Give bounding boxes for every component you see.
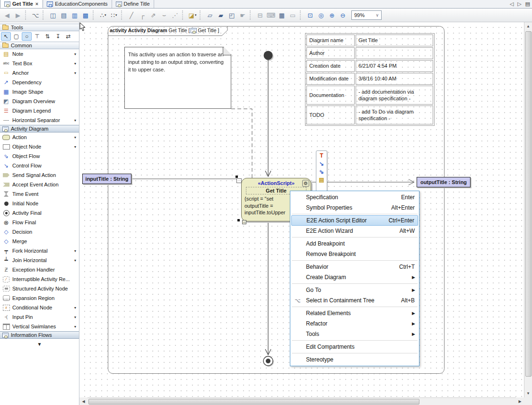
horizontal-scroll-thumb[interactable] — [88, 399, 419, 405]
open-in-new-window-icon[interactable]: ▱ — [205, 10, 215, 20]
menu-item-add-breakpoint[interactable]: Add Breakpoint — [291, 238, 419, 249]
free-shape-tool-icon[interactable]: ○ — [22, 32, 32, 41]
note-anchor-line[interactable] — [231, 109, 252, 178]
collapse-icon[interactable]: ▭ — [242, 220, 246, 224]
palette-item-image-shape[interactable]: ▦Image Shape — [0, 87, 79, 97]
scroll-up-icon[interactable]: ▲ — [524, 22, 532, 30]
pin-connection-handle[interactable]: ⋯ — [236, 178, 242, 183]
palette-item-object-flow[interactable]: ⇘Object Flow — [0, 151, 79, 161]
palette-header-common[interactable]: Common — [0, 42, 79, 49]
menu-item-select-in-containment-tree[interactable]: ⌥Select in Containment TreeAlt+B — [291, 295, 419, 306]
chevron-down-icon[interactable]: ▾ — [74, 249, 76, 253]
delete-icon[interactable]: ▥ — [70, 10, 80, 20]
palette-item-dependency[interactable]: ↗Dependency — [0, 78, 79, 87]
chevron-down-icon[interactable]: ▾ — [74, 135, 76, 140]
tab-scroll-right-icon[interactable]: ▷ — [517, 1, 521, 7]
copy-icon[interactable]: ◫ — [48, 10, 58, 20]
select-in-containment-tree-icon[interactable]: ⌥ — [30, 10, 41, 20]
palette-header-tools[interactable]: Tools — [0, 24, 79, 31]
palette-item-control-flow[interactable]: ↘Control Flow — [0, 161, 79, 170]
grid-view-icon[interactable]: ⌨ — [266, 10, 276, 20]
quick-layout-icon[interactable]: ∷▾ — [109, 10, 119, 20]
palette-item-exception-handler[interactable]: ƵException Handler — [0, 265, 79, 274]
palette-item-interruptible-activity-re-[interactable]: Interruptible Activity Re... — [0, 274, 79, 284]
delete-from-model-icon[interactable]: ▩ — [80, 10, 91, 20]
diagram-canvas[interactable]: activity Activity Diagram Get Title [Get… — [79, 22, 524, 397]
line-style-rectilinear-icon[interactable]: ┌ — [137, 10, 148, 20]
align-tool-icon[interactable]: ⇅ — [43, 32, 52, 41]
menu-item-specification[interactable]: SpecificationEnter — [291, 192, 419, 202]
palette-item-input-pin[interactable]: ▫(Input Pin▾ — [0, 312, 79, 322]
zoom-combo[interactable]: 99%∨ — [351, 10, 382, 20]
menu-item-go-to[interactable]: Go To▶ — [291, 285, 419, 295]
menu-item-behavior[interactable]: BehaviorCtrl+T — [291, 262, 419, 272]
menu-item-e2e-action-wizard[interactable]: E2E Action WizardAlt+W — [291, 226, 419, 236]
grab-mode-icon[interactable]: ☛ — [237, 10, 248, 20]
close-icon[interactable]: × — [35, 1, 39, 7]
palette-item-conditional-node[interactable]: Conditional Node▾ — [0, 303, 79, 312]
control-flow-icon[interactable]: ↘ — [319, 160, 324, 167]
initial-node[interactable] — [264, 51, 273, 60]
palette-item-merge[interactable]: ◇Merge — [0, 237, 79, 246]
palette-more-icon[interactable]: ▼ — [0, 339, 79, 347]
vertical-scroll-thumb[interactable] — [525, 31, 532, 377]
chevron-down-icon[interactable]: ▾ — [74, 258, 76, 263]
menu-item-related-elements[interactable]: Related Elements▶ — [291, 308, 419, 318]
select-symbol-in-window-icon[interactable]: ◰ — [227, 10, 237, 20]
palette-item-initial-node[interactable]: Initial Node — [0, 199, 79, 208]
chevron-down-icon[interactable]: ▾ — [74, 306, 76, 310]
selection-handle-bottom-left[interactable] — [237, 219, 240, 221]
tab-list-icon[interactable]: ▤ — [525, 1, 530, 7]
menu-item-e2e-action-script-editor[interactable]: E2E Action Script EditorCtrl+Enter — [291, 215, 418, 226]
tab-educationcomponents[interactable]: EducationComponents — [43, 0, 112, 8]
palette-item-expansion-region[interactable]: Expansion Region — [0, 293, 79, 303]
palette-item-note[interactable]: ▤Note▾ — [0, 49, 79, 59]
swap-tool-icon[interactable]: ⇄ — [63, 32, 73, 41]
palette-item-flow-final[interactable]: ⊗Flow Final — [0, 218, 79, 227]
chevron-down-icon[interactable]: ▾ — [74, 62, 76, 66]
input-parameter-node[interactable]: inputTitle : String — [82, 174, 131, 184]
menu-item-remove-breakpoint[interactable]: Remove Breakpoint — [291, 249, 419, 259]
horizontal-scrollbar[interactable]: ◀ ▶ — [79, 397, 524, 405]
palette-header-activity-diagram[interactable]: Activity Diagram — [0, 125, 79, 132]
zoom-fit-icon[interactable]: ⊡ — [305, 10, 315, 20]
object-flow-icon[interactable]: ⇘ — [319, 168, 324, 175]
zoom-out-icon[interactable]: ⊖ — [338, 10, 348, 20]
menu-item-edit-compartments[interactable]: Edit Compartments — [291, 342, 419, 352]
scroll-left-icon[interactable]: ◀ — [79, 397, 87, 405]
palette-item-fork-horizontal[interactable]: ┯Fork Horizontal▾ — [0, 246, 79, 255]
chevron-down-icon[interactable]: ▾ — [74, 71, 76, 75]
paste-icon[interactable]: ▤ — [59, 10, 69, 20]
image-view-icon[interactable]: ▦ — [277, 10, 287, 20]
output-parameter-node[interactable]: outputTitle : String — [417, 177, 471, 187]
snap-tool-icon[interactable]: ↧ — [53, 32, 63, 41]
palette-item-text-box[interactable]: abcText Box▾ — [0, 59, 79, 68]
palette-header-information-flows[interactable]: Information Flows — [0, 331, 79, 339]
menu-item-refactor[interactable]: Refactor▶ — [291, 318, 419, 329]
scroll-down-icon[interactable]: ▼ — [524, 389, 532, 397]
palette-item-join-horizontal[interactable]: ┷Join Horizontal▾ — [0, 255, 79, 265]
palette-item-action[interactable]: Action▾ — [0, 132, 79, 142]
zoom-in-icon[interactable]: ⊕ — [327, 10, 337, 20]
dropdown-arrow-icon[interactable]: ▾ — [115, 13, 117, 17]
dropdown-arrow-icon[interactable]: ▾ — [105, 13, 106, 17]
palette-item-object-node[interactable]: Object Node▾ — [0, 142, 79, 151]
zoom-1-1-icon[interactable]: ◎ — [316, 10, 326, 20]
dropdown-arrow-icon[interactable]: ▾ — [195, 13, 197, 17]
note-anchor-icon[interactable]: ▤ — [319, 176, 324, 183]
line-style-curved-icon[interactable]: ⌣ — [159, 10, 169, 20]
menu-item-stereotype[interactable]: Stereotype — [291, 354, 419, 365]
chevron-down-icon[interactable]: ▾ — [74, 145, 76, 149]
layout-icon[interactable]: ∴▾ — [98, 10, 108, 20]
fill-color-icon[interactable]: ◪▾ — [187, 10, 198, 20]
palette-item-anchor[interactable]: ▭Anchor▾ — [0, 68, 79, 78]
diagram-info-table[interactable]: Diagram nameGet TitleAuthorCreation date… — [305, 33, 435, 126]
tab-get-title[interactable]: Get Title× — [0, 0, 43, 8]
menu-item-create-diagram[interactable]: Create Diagram▶ — [291, 272, 419, 282]
selection-handle-top-left[interactable] — [235, 176, 238, 178]
tab-scroll-left-icon[interactable]: ◁ — [510, 1, 514, 7]
palette-item-horizontal-separator[interactable]: ----Horizontal Separator▾ — [0, 115, 79, 125]
stamp-tool-icon[interactable]: ⊤ — [32, 32, 42, 41]
note-shape[interactable]: This activity uses an action to traverse… — [124, 47, 231, 109]
menu-item-symbol-properties[interactable]: Symbol PropertiesAlt+Enter — [291, 202, 419, 213]
